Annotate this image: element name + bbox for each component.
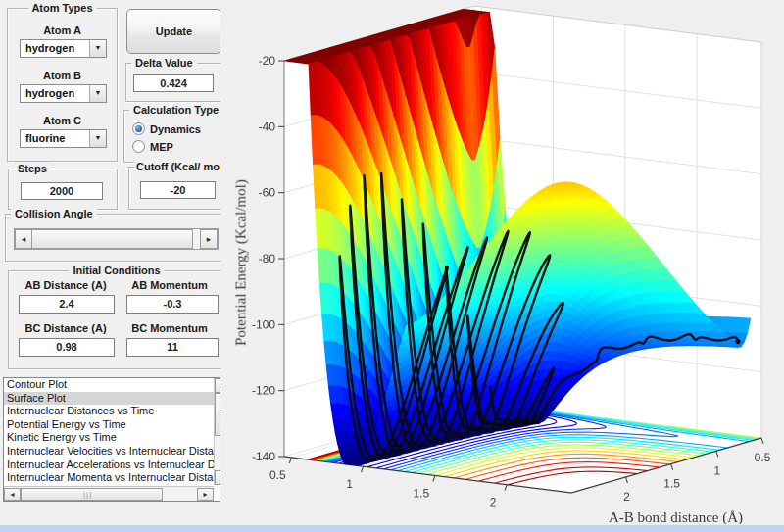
list-item[interactable]: Internuclear Accelerations vs Internucle… <box>4 459 214 472</box>
ab-momentum-field[interactable]: -0.3 <box>126 295 219 314</box>
cutoff-panel: Cutoff (Kcal/ mol) -20 <box>128 167 225 210</box>
list-item[interactable]: Kinetic Energy vs Time <box>4 431 214 445</box>
hscroll-thumb[interactable]: ||| <box>21 488 163 501</box>
list-item[interactable]: Potential Energy vs Time <box>4 418 214 432</box>
atom-types-panel: Atom Types Atom A hydrogen ▼ Atom B hydr… <box>7 8 118 162</box>
list-item[interactable]: Surface Plot <box>4 392 214 406</box>
slider-right-arrow-icon[interactable]: ▸ <box>200 229 218 249</box>
atom-b-dropdown[interactable]: hydrogen ▼ <box>20 84 107 103</box>
radio-dynamics-label: Dynamics <box>150 123 201 135</box>
radio-button-icon[interactable] <box>132 122 145 135</box>
steps-panel: Steps 2000 <box>8 169 118 210</box>
collision-angle-title: Collision Angle <box>11 207 97 220</box>
z-axis-label: Potential Energy (Kcal/mol) <box>233 179 250 346</box>
surface-plot-canvas <box>220 0 784 526</box>
atom-c-dropdown[interactable]: fluorine ▼ <box>20 129 107 148</box>
atom-b-label: Atom B <box>8 70 117 81</box>
scroll-right-arrow-icon[interactable]: ▸ <box>197 488 214 501</box>
collision-angle-slider[interactable]: ◂ ▸ <box>14 228 219 250</box>
delta-value-field[interactable]: 0.424 <box>133 74 214 92</box>
calculation-type-panel: Calculation Type Dynamics MEP <box>123 110 225 163</box>
steps-title: Steps <box>14 162 51 175</box>
application-window: Atom Types Atom A hydrogen ▼ Atom B hydr… <box>0 0 784 532</box>
listbox-hscrollbar[interactable]: ◂ ||| ▸ <box>4 486 214 501</box>
delta-value-panel: Delta Value 0.424 <box>125 63 221 102</box>
slider-thumb[interactable] <box>31 229 193 249</box>
radio-button-icon[interactable] <box>132 140 145 153</box>
radio-dynamics[interactable]: Dynamics <box>132 122 201 136</box>
atom-a-label: Atom A <box>8 24 117 36</box>
atom-a-value: hydrogen <box>25 41 74 56</box>
cutoff-title: Cutoff (Kcal/ mol) <box>134 160 228 173</box>
atom-types-title: Atom Types <box>27 1 96 15</box>
chevron-down-icon[interactable]: ▼ <box>89 85 106 102</box>
ab-distance-label: AB Distance (A) <box>15 279 117 291</box>
bc-momentum-field[interactable]: 11 <box>126 338 219 357</box>
steps-field[interactable]: 2000 <box>21 182 103 200</box>
slider-left-arrow-icon[interactable]: ◂ <box>15 229 32 249</box>
list-item[interactable]: Internuclear Momenta vs Internuclear Dis… <box>4 471 214 485</box>
chevron-down-icon[interactable]: ▼ <box>89 130 106 147</box>
bc-distance-field[interactable]: 0.98 <box>19 338 115 357</box>
window-bottom-border <box>0 524 784 532</box>
initial-conditions-title: Initial Conditions <box>69 264 164 277</box>
initial-conditions-panel: Initial Conditions AB Distance (A) AB Mo… <box>8 270 225 369</box>
bc-distance-label: BC Distance (A) <box>15 322 117 334</box>
list-item[interactable]: Internuclear Distances vs Time <box>4 405 214 418</box>
radio-mep-label: MEP <box>150 141 173 153</box>
collision-angle-panel: Collision Angle ◂ ▸ <box>5 214 227 262</box>
calculation-type-title: Calculation Type <box>129 103 222 117</box>
scroll-left-arrow-icon[interactable]: ◂ <box>4 488 21 501</box>
ab-momentum-label: AB Momentum <box>121 279 219 291</box>
ab-distance-field[interactable]: 2.4 <box>19 295 115 314</box>
list-item[interactable]: Contour Plot <box>4 378 214 392</box>
cutoff-field[interactable]: -20 <box>140 181 216 199</box>
chevron-down-icon[interactable]: ▼ <box>89 40 106 57</box>
delta-value-title: Delta Value <box>131 56 197 70</box>
list-item[interactable]: Internuclear Velocities vs Internuclear … <box>4 445 214 459</box>
atom-a-dropdown[interactable]: hydrogen ▼ <box>20 39 107 58</box>
atom-c-value: fluorine <box>25 131 65 146</box>
bc-momentum-label: BC Momentum <box>121 322 219 334</box>
radio-mep[interactable]: MEP <box>132 140 173 154</box>
update-button[interactable]: Update <box>126 9 221 54</box>
atom-b-value: hydrogen <box>25 86 74 101</box>
atom-c-label: Atom C <box>8 115 117 126</box>
plot-type-listbox[interactable]: Contour Plot Surface Plot Internuclear D… <box>3 377 229 502</box>
